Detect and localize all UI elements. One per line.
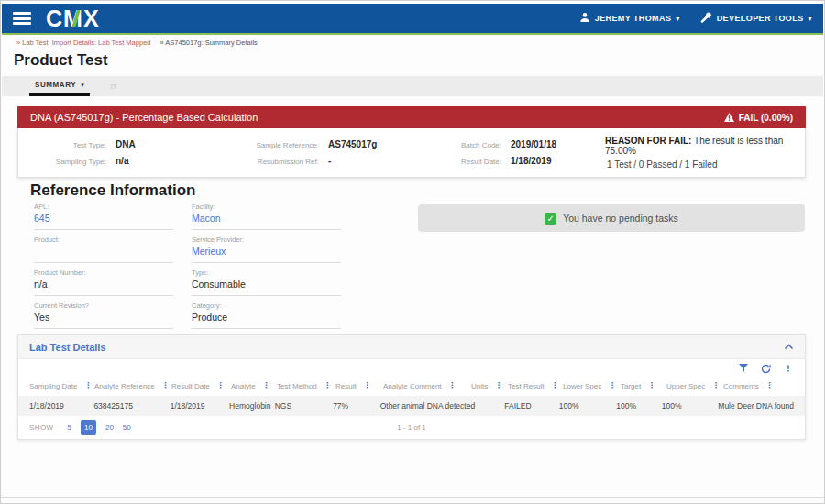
tab-secondary[interactable]: IT (110, 76, 116, 96)
page-size-10-active[interactable]: 10 (81, 420, 96, 435)
cell-result-date: 1/18/2019 (170, 401, 229, 411)
wrench-icon (700, 12, 712, 26)
result-date-value: 1/18/2019 (511, 156, 552, 166)
reference-fields: APL: 645 Facility: Macon Product: Servic… (34, 203, 341, 329)
app-window: CMX JEREMY THOMAS ▾ DEVELOPER TOOLS ▾ » … (0, 0, 825, 504)
filter-icon[interactable] (739, 364, 748, 373)
column-menu-icon[interactable]: ⋮ (609, 382, 616, 389)
product-number-value: n/a (34, 279, 173, 290)
logo-letter: M (63, 7, 83, 30)
facility-field: Facility: Macon (192, 203, 341, 230)
column-menu-icon[interactable]: ⋮ (217, 382, 225, 389)
column-header-lower-spec[interactable]: Lower Spec⋮ (563, 382, 621, 390)
test-type-value: DNA (116, 139, 136, 149)
column-header-analyte-reference[interactable]: Analyte Reference⋮ (94, 382, 171, 390)
resubmission-ref-label: Resubmission Ref: (220, 158, 319, 166)
table-toolbar: ⋮ (18, 359, 805, 376)
lab-test-details-header: Lab Test Details (18, 335, 805, 359)
column-header-test-method[interactable]: Test Method⋮ (277, 382, 336, 390)
column-menu-icon[interactable]: ⋮ (648, 382, 655, 389)
product-number-label: Product Number: (34, 268, 173, 277)
product-value (34, 246, 173, 257)
page-bottom-divider (1, 497, 824, 498)
lab-test-details-card: Lab Test Details ⋮ Sampling Date⋮ Analyt… (17, 334, 806, 440)
cell-analyte: Hemoglobin (229, 401, 275, 411)
batch-code-value: 2019/01/18 (511, 139, 556, 149)
column-header-result-date[interactable]: Result Date⋮ (171, 382, 231, 390)
column-menu-icon[interactable]: ⋮ (263, 382, 270, 389)
table-row[interactable]: 1/18/2019 638425175 1/18/2019 Hemoglobin… (18, 396, 805, 416)
sampling-type-value: n/a (116, 156, 128, 166)
page-title: Product Test (14, 51, 108, 70)
service-provider-value-link[interactable]: Merieux (192, 246, 341, 257)
devtools-label: DEVELOPER TOOLS (717, 14, 804, 23)
column-menu-icon[interactable]: ⋮ (712, 382, 720, 389)
sample-reference-label: Sample Reference: (220, 141, 319, 149)
column-menu-icon[interactable]: ⋮ (766, 382, 774, 389)
product-label: Product: (34, 236, 173, 244)
user-menu[interactable]: JEREMY THOMAS ▾ (579, 12, 680, 25)
test-type-label: Test Type: (28, 141, 106, 149)
facility-value-link[interactable]: Macon (192, 213, 341, 224)
table-menu-kebab-icon[interactable]: ⋮ (784, 365, 792, 373)
page-size-20[interactable]: 20 (105, 423, 114, 432)
current-revision-field: Current Revision? Yes (34, 301, 173, 329)
chevron-down-icon: ▾ (676, 15, 679, 23)
menu-icon[interactable] (13, 12, 31, 25)
table-header-row: Sampling Date⋮ Analyte Reference⋮ Result… (18, 376, 805, 396)
column-header-target[interactable]: Target⋮ (621, 382, 666, 390)
chevron-down-icon: ▾ (808, 15, 812, 23)
tab-bar: SUMMARY ▾ IT (2, 76, 823, 96)
apl-value-link[interactable]: 645 (34, 213, 173, 224)
cell-test-result: FAILED (504, 401, 558, 411)
cell-result: 77% (333, 401, 380, 411)
column-header-upper-spec[interactable]: Upper Spec⋮ (666, 382, 723, 390)
breadcrumb-current: » AS745017g: Summary Details (160, 38, 257, 47)
cell-units: - (468, 401, 505, 411)
lab-test-details-title: Lab Test Details (29, 342, 106, 353)
column-header-result[interactable]: Result⋮ (336, 382, 383, 390)
column-menu-icon[interactable]: ⋮ (552, 382, 559, 389)
cell-comments: Mule Deer DNA found (718, 401, 794, 411)
category-value: Produce (192, 312, 341, 323)
service-provider-label: Service Provider: (192, 236, 341, 244)
resubmission-ref-value: - (328, 156, 331, 166)
column-menu-icon[interactable]: ⋮ (84, 382, 92, 389)
column-menu-icon[interactable]: ⋮ (364, 382, 371, 389)
column-header-analyte[interactable]: Analyte⋮ (231, 382, 277, 390)
collapse-chevron-up-icon[interactable] (784, 344, 794, 350)
sample-reference-value: AS745017g (328, 139, 377, 149)
column-header-comments[interactable]: Comments⋮ (723, 382, 794, 390)
tab-summary-label: SUMMARY (35, 81, 76, 89)
test-summary-card: Test Type:DNA Sampling Type:n/a Sample R… (17, 128, 806, 178)
column-menu-icon[interactable]: ⋮ (495, 382, 502, 389)
refresh-icon[interactable] (761, 364, 771, 374)
column-menu-icon[interactable]: ⋮ (162, 382, 170, 389)
cell-target: 100% (616, 401, 662, 411)
category-label: Category: (192, 301, 341, 310)
column-header-analyte-comment[interactable]: Analyte Comment⋮ (383, 382, 471, 390)
page-size-50[interactable]: 50 (123, 423, 131, 432)
page-size-5[interactable]: 5 (68, 423, 72, 432)
column-header-units[interactable]: Units⋮ (471, 382, 508, 390)
green-check-icon: ✓ (544, 213, 556, 225)
tab-secondary-label: IT (110, 82, 116, 91)
reason-for-fail-label: REASON FOR FAIL: (605, 136, 691, 146)
apl-label: APL: (34, 203, 173, 211)
cmx-logo[interactable]: CMX (46, 7, 100, 30)
column-header-test-result[interactable]: Test Result⋮ (508, 382, 563, 390)
category-field: Category: Produce (192, 301, 341, 329)
sampling-type-label: Sampling Type: (28, 158, 106, 166)
column-menu-icon[interactable]: ⋮ (324, 382, 332, 389)
column-menu-icon[interactable]: ⋮ (449, 382, 456, 389)
tab-summary[interactable]: SUMMARY ▾ (29, 76, 90, 96)
logo-letter: X (83, 7, 100, 30)
facility-label: Facility: (192, 203, 341, 211)
batch-code-label: Batch Code: (435, 141, 501, 149)
product-field: Product: (34, 236, 173, 263)
pagination-range: 1 - 1 of 1 (18, 423, 805, 432)
developer-tools-menu[interactable]: DEVELOPER TOOLS ▾ (700, 12, 812, 26)
type-label: Type: (192, 268, 341, 277)
column-header-sampling-date[interactable]: Sampling Date⋮ (29, 382, 94, 390)
breadcrumb-lab-test-link[interactable]: » Lab Test: Import Details: Lab Test Map… (16, 38, 150, 47)
